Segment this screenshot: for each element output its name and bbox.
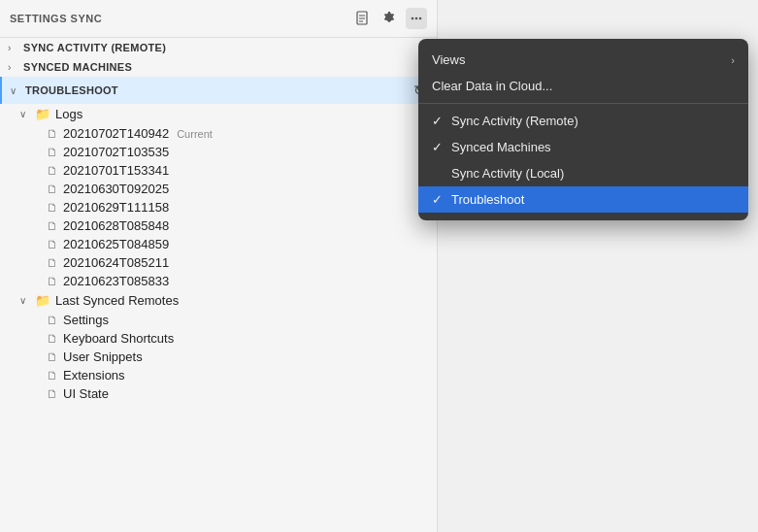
log-file-row[interactable]: 🗋 20210625T084859: [0, 235, 437, 253]
sidebar-item-synced-machines[interactable]: › SYNCED MACHINES: [0, 57, 437, 77]
log-file-name: 20210628T085848: [63, 218, 169, 233]
panel-title: SETTINGS SYNC: [10, 13, 102, 24]
dropdown-synced-machines-item[interactable]: ✓ Synced Machines: [418, 134, 748, 160]
check-icon: ✓: [432, 192, 447, 207]
file-icon: 🗋: [47, 201, 58, 215]
svg-point-5: [415, 17, 418, 20]
dropdown-menu: Views › Clear Data in Cloud... ✓ Sync Ac…: [418, 39, 748, 220]
file-icon: 🗋: [47, 332, 58, 346]
logs-folder-row[interactable]: ∨ 📁 Logs: [0, 104, 437, 124]
chevron-right-icon: ›: [8, 62, 19, 73]
synced-remote-file-row[interactable]: 🗋 User Snippets: [0, 348, 437, 366]
synced-remote-file-name: Settings: [63, 313, 109, 327]
file-icon: 🗋: [47, 183, 58, 196]
troubleshoot-header-left: ∨ TROUBLESHOOT: [10, 84, 118, 96]
log-file-name: 20210623T085833: [63, 274, 169, 288]
log-file-row[interactable]: 🗋 20210629T111158: [0, 198, 437, 216]
sync-activity-remote-label: SYNC ACTIVITY (REMOTE): [23, 42, 166, 53]
open-editor-icon: [354, 11, 370, 26]
current-badge: Current: [177, 128, 213, 140]
dropdown-views-label: Views: [432, 52, 731, 67]
file-icon: 🗋: [47, 314, 58, 327]
folder-icon: 📁: [35, 107, 50, 121]
dropdown-troubleshoot-item[interactable]: ✓ Troubleshoot: [418, 186, 748, 213]
synced-remote-file-row[interactable]: 🗋 UI State: [0, 384, 437, 403]
chevron-down-icon: ∨: [19, 295, 31, 306]
synced-remote-file-name: Extensions: [63, 368, 125, 382]
svg-point-6: [419, 17, 422, 20]
log-file-row[interactable]: 🗋 20210623T085833: [0, 272, 437, 290]
dropdown-sync-activity-local-item[interactable]: ✓ Sync Activity (Local): [418, 160, 748, 186]
file-icon: 🗋: [47, 369, 58, 382]
settings-sync-panel: SETTINGS SYNC: [0, 0, 438, 532]
submenu-arrow-icon: ›: [731, 54, 735, 66]
file-icon: 🗋: [47, 127, 58, 141]
sidebar-item-sync-activity-remote[interactable]: › SYNC ACTIVITY (REMOTE): [0, 38, 437, 57]
dropdown-sync-activity-remote-item[interactable]: ✓ Sync Activity (Remote): [418, 108, 748, 134]
more-actions-icon: [409, 11, 424, 26]
synced-remote-file-row[interactable]: 🗋 Settings: [0, 311, 437, 329]
log-file-row[interactable]: 🗋 20210702T103535: [0, 143, 437, 161]
file-icon: 🗋: [47, 146, 58, 159]
dropdown-troubleshoot-label: Troubleshoot: [451, 192, 735, 207]
file-icon: 🗋: [47, 275, 58, 288]
log-file-name: 20210702T140942: [63, 126, 169, 141]
settings-button[interactable]: [379, 8, 400, 29]
svg-point-4: [412, 17, 414, 20]
log-file-name: 20210702T103535: [63, 145, 169, 159]
synced-remote-file-row[interactable]: 🗋 Extensions: [0, 366, 437, 384]
dropdown-sync-activity-local-label: Sync Activity (Local): [451, 166, 735, 181]
synced-remote-file-name: User Snippets: [63, 349, 143, 364]
dropdown-views-item[interactable]: Views ›: [418, 47, 748, 73]
chevron-down-icon: ∨: [19, 109, 31, 119]
synced-remotes-folder-label: Last Synced Remotes: [55, 293, 179, 308]
log-file-name: 20210624T085211: [63, 255, 169, 270]
synced-remote-file-name: Keyboard Shortcuts: [63, 331, 174, 346]
chevron-right-icon: ›: [8, 43, 19, 53]
folder-icon: 📁: [35, 293, 50, 308]
log-file-row[interactable]: 🗋 20210624T085211: [0, 253, 437, 272]
gear-icon: [381, 11, 397, 26]
header-icons: [351, 8, 427, 29]
troubleshoot-label: TROUBLESHOOT: [25, 84, 118, 96]
file-icon: 🗋: [47, 238, 58, 251]
dropdown-check-section: ✓ Sync Activity (Remote) ✓ Synced Machin…: [418, 104, 748, 216]
file-icon: 🗋: [47, 164, 58, 178]
logs-folder-label: Logs: [55, 107, 82, 121]
check-icon: ✓: [432, 140, 447, 154]
sidebar-item-troubleshoot[interactable]: ∨ TROUBLESHOOT ↻: [0, 77, 437, 104]
more-actions-button[interactable]: [406, 8, 427, 29]
dropdown-sync-activity-remote-label: Sync Activity (Remote): [451, 114, 735, 128]
synced-remotes-folder-row[interactable]: ∨ 📁 Last Synced Remotes: [0, 290, 437, 311]
synced-remote-file-row[interactable]: 🗋 Keyboard Shortcuts: [0, 329, 437, 348]
chevron-down-icon: ∨: [10, 85, 21, 96]
open-editor-button[interactable]: [351, 8, 373, 29]
log-file-name: 20210625T084859: [63, 237, 169, 251]
file-icon: 🗋: [47, 350, 58, 364]
synced-machines-label: SYNCED MACHINES: [23, 61, 132, 73]
dropdown-clear-data-item[interactable]: Clear Data in Cloud...: [418, 73, 748, 99]
check-icon: ✓: [432, 114, 447, 128]
dropdown-clear-data-label: Clear Data in Cloud...: [432, 79, 735, 93]
file-icon: 🗋: [47, 387, 58, 401]
log-file-name: 20210701T153341: [63, 163, 169, 178]
log-file-row[interactable]: 🗋 20210628T085848: [0, 216, 437, 235]
log-file-row[interactable]: 🗋 20210701T153341: [0, 161, 437, 180]
troubleshoot-tree: ∨ 📁 Logs 🗋 20210702T140942 Current 🗋 202…: [0, 104, 437, 403]
synced-remote-file-name: UI State: [63, 386, 109, 401]
log-file-row[interactable]: 🗋 20210630T092025: [0, 180, 437, 198]
file-icon: 🗋: [47, 219, 58, 233]
log-file-name: 20210629T111158: [63, 200, 169, 215]
panel-header: SETTINGS SYNC: [0, 0, 437, 38]
dropdown-views-section: Views › Clear Data in Cloud...: [418, 43, 748, 104]
log-file-name: 20210630T092025: [63, 182, 169, 196]
file-icon: 🗋: [47, 256, 58, 270]
dropdown-synced-machines-label: Synced Machines: [451, 140, 735, 154]
log-file-row[interactable]: 🗋 20210702T140942 Current: [0, 124, 437, 143]
